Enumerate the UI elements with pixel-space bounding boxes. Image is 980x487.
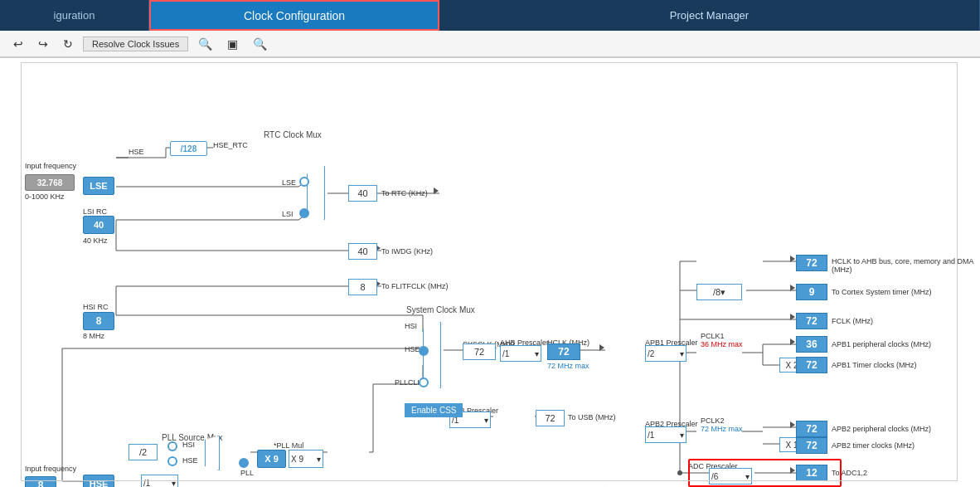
apb2-prescaler-dropdown[interactable]: /1 ▾ — [645, 426, 686, 443]
hclk-out1-label: HCLK to AHB bus, core, memory and DMA (M… — [832, 257, 980, 274]
red-arrow-annotation: ➔ — [594, 480, 614, 487]
rtc-clock-mux-label: RTC Clock Mux — [264, 130, 322, 139]
pll-mul-val-box: X 9 — [257, 450, 286, 468]
svg-marker-62 — [790, 256, 795, 262]
hsi-val-box[interactable]: 8 — [83, 312, 114, 330]
pll-hsi-label: HSI — [182, 441, 195, 449]
tab-clock-configuration[interactable]: Clock Configuration — [149, 0, 439, 31]
svg-marker-64 — [790, 314, 795, 320]
pclk2-max-label: 72 MHz max — [701, 425, 743, 433]
hclk-div8-dropdown[interactable]: /8 ▾ — [696, 284, 742, 300]
pll-src-sel-hsi[interactable] — [167, 441, 177, 451]
hclk-val-box: 72 — [547, 343, 580, 360]
pll-hse-label: HSE — [182, 456, 198, 465]
input-freq-label-1: Input frequency — [25, 162, 76, 170]
fclk-out-val: 72 — [796, 313, 827, 329]
pll-mul-dropdown-val: X 9 — [291, 455, 303, 464]
svg-marker-63 — [790, 285, 795, 291]
adc-red-highlight — [688, 459, 842, 487]
hse-box[interactable]: HSE — [83, 475, 114, 487]
apb2-dropdown-arrow: ▾ — [680, 431, 684, 440]
hse-top-label: HSE — [129, 148, 144, 156]
hse-sys-label: HSE — [405, 345, 420, 353]
rtc-clock-mux[interactable] — [307, 166, 325, 220]
apb2-out1-label: APB2 peripheral clocks (MHz) — [832, 425, 931, 433]
apb1-prescaler-dropdown[interactable]: /2 ▾ — [645, 345, 686, 362]
pll-src-sel-hse[interactable] — [167, 456, 177, 466]
usb-out-label: To USB (MHz) — [568, 413, 616, 421]
svg-marker-67 — [790, 421, 795, 428]
ahb-prescaler-dropdown[interactable]: /1 ▾ — [500, 345, 541, 362]
rtc-out-label: To RTC (KHz) — [381, 189, 428, 197]
undo-button[interactable]: ↩ — [8, 36, 28, 52]
apb2-out2-label: APB2 timer clocks (MHz) — [832, 441, 915, 450]
flit-out-label: To FLITFCLK (MHz) — [381, 282, 449, 290]
pll-div1-dropdown[interactable]: /1 ▾ — [141, 475, 178, 487]
tab-uration[interactable]: iguration — [0, 0, 149, 31]
hsi-sys-label: HSI — [405, 322, 417, 330]
toolbar: ↩ ↪ ↻ Resolve Clock Issues 🔍 ▣ 🔍 — [0, 31, 980, 57]
rtc-out-val: 40 — [348, 185, 377, 202]
lsi-rtc-label: LSI — [282, 210, 294, 218]
input-freq-label-2: Input frequency — [25, 465, 76, 473]
hclk-out1-val: 72 — [796, 255, 827, 271]
input-freq-range-1: 0-1000 KHz — [25, 192, 65, 201]
redo-button[interactable]: ↪ — [33, 36, 53, 52]
pll-mul-dropdown-arrow: ▾ — [317, 455, 321, 464]
sys-mux-sel-pll[interactable] — [419, 377, 429, 387]
rtc-mux-sel-lsi[interactable] — [299, 208, 309, 218]
pll-source-mux[interactable] — [205, 436, 220, 470]
hclk-div8-arrow: ▾ — [720, 287, 725, 298]
apb1-dropdown-arrow: ▾ — [680, 349, 684, 358]
hclk-out2-val: 9 — [796, 284, 827, 300]
zoom-in-button[interactable]: 🔍 — [193, 36, 217, 52]
lse-box[interactable]: LSE — [83, 177, 114, 195]
hsi-mhz-label: 8 MHz — [83, 332, 104, 340]
hclk-div8-val: /8 — [713, 287, 720, 297]
hclk-out2-label: To Cortex System timer (MHz) — [832, 288, 932, 296]
pll-hsi-div2-box: /2 — [129, 444, 158, 460]
tab-project-manager[interactable]: Project Manager — [439, 0, 980, 31]
lsi-val-box[interactable]: 40 — [83, 216, 114, 234]
sys-mux-sel-hse[interactable] — [419, 346, 429, 356]
ahb-div-value: /1 — [502, 349, 509, 358]
svg-point-61 — [677, 470, 682, 475]
enable-css-button[interactable]: Enable CSS — [405, 403, 463, 417]
hsi-rc-label: HSI RC — [83, 303, 109, 311]
lse-input-value: 32.768 — [25, 174, 75, 191]
svg-marker-65 — [790, 338, 795, 345]
apb1-div-value: /2 — [648, 349, 654, 358]
zoom-fit-button[interactable]: ▣ — [222, 36, 243, 52]
clock-diagram-canvas: Input frequency 32.768 0-1000 KHz LSE LS… — [0, 57, 980, 487]
resolve-clock-issues-button[interactable]: Resolve Clock Issues — [83, 37, 188, 51]
iwdg-out-val: 40 — [348, 243, 377, 260]
apb1-out1-label: APB1 peripheral clocks (MHz) — [832, 340, 931, 348]
sysclk-val: 72 — [463, 343, 496, 360]
hse-rtc-label: HSE_RTC — [213, 141, 248, 149]
fclk-out-label: FCLK (MHz) — [832, 317, 873, 325]
zoom-out-button[interactable]: 🔍 — [248, 36, 272, 52]
svg-marker-70 — [434, 187, 439, 194]
pll-div1-val: /1 — [143, 479, 150, 488]
lsi-khz-label: 40 KHz — [83, 236, 108, 245]
svg-marker-74 — [599, 344, 604, 351]
lsi-rc-label: LSI RC — [83, 207, 107, 216]
pclk2-label: PCLK2 — [701, 416, 725, 425]
flit-out-val: 8 — [348, 279, 377, 295]
pll-mul-label: *PLL Mul — [274, 441, 303, 450]
apb1-out1-val: 36 — [796, 336, 827, 353]
refresh-button[interactable]: ↻ — [58, 36, 78, 52]
iwdg-out-label: To IWDG (KHz) — [381, 247, 433, 256]
header: iguration Clock Configuration Project Ma… — [0, 0, 980, 31]
pll-mul-dropdown[interactable]: X 9 ▾ — [289, 450, 323, 468]
apb2-out1-val: 72 — [796, 421, 827, 437]
apb1-out2-label: APB1 Timer clocks (MHz) — [832, 361, 917, 369]
pclk1-label: PCLK1 — [701, 332, 725, 340]
usb-out-val: 72 — [536, 410, 565, 426]
hse-input-val[interactable]: 8 — [25, 476, 56, 487]
pll-label: PLL — [240, 469, 254, 477]
pll-sel-circle[interactable] — [239, 458, 249, 468]
rtc-mux-sel-lse[interactable] — [299, 177, 309, 187]
ahb-dropdown-arrow: ▾ — [535, 349, 539, 358]
pll-div1-arrow: ▾ — [172, 479, 176, 488]
